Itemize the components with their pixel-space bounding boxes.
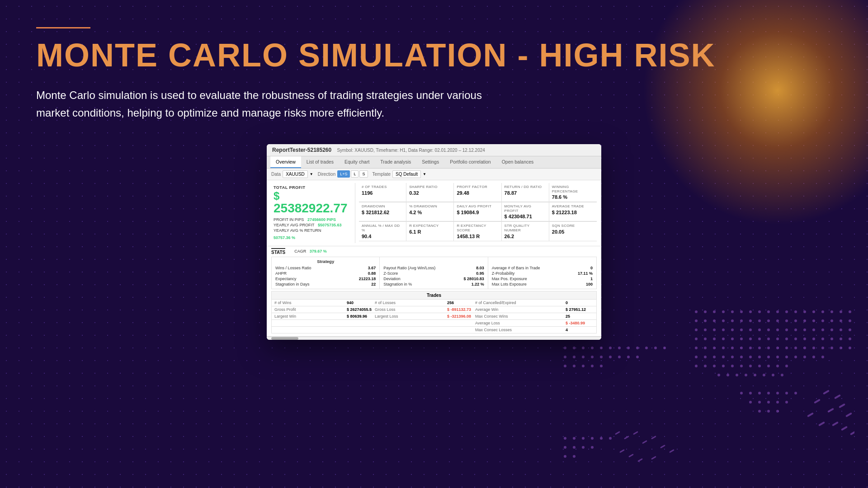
wins-label: # of Wins: [274, 300, 347, 305]
avg-bars-row: Average # of Bars in Trade 0: [492, 265, 593, 271]
profit-pips-value: 27456600 PIPS: [307, 217, 336, 222]
max-pos-exposure-value: 1: [590, 277, 593, 281]
losses-label: # of Losses: [375, 300, 447, 305]
wins-losses-ratio-value: 3.67: [368, 266, 376, 270]
expectancy-label: Expectancy: [275, 277, 297, 281]
max-lots-exposure-value: 100: [586, 282, 593, 286]
yearly-avg-label: YEARLY AVG PROFIT: [274, 223, 314, 227]
svg-point-166: [785, 392, 788, 394]
direction-btn-ls[interactable]: L+S: [337, 170, 350, 178]
svg-point-181: [609, 437, 612, 440]
tab-list-of-trades[interactable]: List of trades: [301, 156, 339, 168]
page-title: MONTE CARLO SIMULATION - HIGH RISK: [36, 38, 832, 73]
svg-point-162: [749, 392, 752, 394]
stat-winning-pct-value: 78.6 %: [552, 194, 594, 200]
stat-num-trades-label: # OF TRADES: [362, 185, 403, 189]
svg-rect-156: [807, 413, 814, 418]
svg-rect-153: [827, 408, 834, 413]
z-score-row: Z-Score 0.95: [383, 271, 484, 276]
yearly-avg-value: $5075735.63: [318, 223, 342, 227]
yearly-avg-row: YEARLY AVG PROFIT $5075735.63: [274, 223, 353, 227]
direction-btn-l[interactable]: L: [351, 170, 359, 178]
svg-point-175: [776, 410, 779, 413]
svg-rect-197: [651, 456, 656, 460]
svg-point-170: [767, 401, 770, 404]
trades-row2: Gross Profit $ 26274055.5 Gross Loss $ -…: [272, 306, 596, 313]
stagnation-days-row: Stagnation in Days 22: [275, 282, 376, 287]
scrollbar-thumb[interactable]: [271, 337, 298, 340]
largest-loss-label: Largest Loss: [375, 314, 447, 319]
stagnation-pct-value: 1.22 %: [472, 282, 484, 286]
tab-portfolio-correlation[interactable]: Portfolio correlation: [444, 156, 496, 168]
horizontal-scrollbar[interactable]: [267, 336, 601, 340]
strategy-col1: Strategy Wins / Losses Ratio 3.67 AHPR 0…: [272, 257, 380, 289]
tab-overview[interactable]: Overview: [270, 156, 301, 168]
wins-losses-ratio-row: Wins / Losses Ratio 3.67: [275, 265, 376, 271]
yearly-avg-pct-value: 50757.36 %: [274, 235, 295, 240]
total-profit-block: TOTAL PROFIT $ 25382922.77 PROFIT IN PIP…: [271, 183, 355, 243]
z-probability-label: Z-Probability: [492, 271, 515, 276]
direction-buttons: L+S L S: [337, 170, 368, 178]
strategy-col2: . Payout Ratio (Avg Win/Loss) 8.03 Z-Sco…: [380, 257, 488, 289]
trades-row5: Max Consec Losses 4: [272, 326, 596, 333]
title-accent-line: [36, 27, 90, 28]
svg-rect-157: [818, 422, 825, 427]
z-probability-value: 17.11 %: [578, 271, 593, 276]
tab-open-balances[interactable]: Open balances: [496, 156, 539, 168]
strategy-title: Strategy: [275, 259, 376, 264]
data-value[interactable]: XAUUSD: [283, 170, 308, 178]
largest-win-label: Largest Win: [274, 314, 347, 319]
bot-stats-row: ANNUAL % / MAX DD % 90.4 R EXPECTANCY 6.…: [359, 222, 597, 241]
svg-rect-151: [834, 394, 841, 399]
stat-winning-pct: WINNING PERCENTAGE 78.6 %: [549, 183, 597, 202]
svg-rect-191: [642, 440, 647, 444]
template-dropdown-icon[interactable]: ▼: [423, 172, 426, 176]
svg-point-182: [564, 446, 566, 449]
stat-pct-drawdown: % DRAWDOWN 4.2 %: [406, 202, 454, 221]
stagnation-pct-row: Stagnation in % 1.22 %: [383, 282, 484, 287]
svg-point-145: [745, 374, 747, 376]
direction-btn-s[interactable]: S: [359, 170, 368, 178]
svg-rect-189: [624, 436, 629, 440]
max-lots-exposure-row: Max Lots Exposure 100: [492, 282, 593, 287]
gross-loss-value: $ -891132.73: [447, 307, 475, 312]
svg-point-148: [772, 374, 774, 376]
stat-profit-factor-label: PROFIT FACTOR: [457, 185, 498, 189]
avg-bars-label: Average # of Bars in Trade: [492, 266, 540, 270]
svg-point-184: [582, 446, 585, 449]
cancelled-value: 0: [566, 300, 594, 305]
data-control: Data XAUUSD ▼: [271, 170, 313, 178]
ahpr-row: AHPR 0.88: [275, 271, 376, 276]
tab-trade-analysis[interactable]: Trade analysis: [375, 156, 416, 168]
deviation-label: Deviation: [383, 277, 401, 281]
mid-stats-row: DRAWDOWN $ 321812.62 % DRAWDOWN 4.2 % DA…: [359, 202, 597, 222]
svg-rect-158: [832, 422, 839, 427]
template-value[interactable]: SQ Default: [392, 170, 421, 178]
tab-equity-chart[interactable]: Equity chart: [339, 156, 375, 168]
stat-sqn: SQN SCORE 20.05: [549, 222, 597, 241]
svg-rect-159: [841, 426, 848, 431]
trades-row3: Largest Win $ 80639.96 Largest Loss $ -3…: [272, 313, 596, 319]
avg-loss-value: $ -3480.99: [566, 321, 594, 325]
tab-settings[interactable]: Settings: [416, 156, 444, 168]
data-dropdown-icon[interactable]: ▼: [310, 172, 313, 176]
controls-row: Data XAUUSD ▼ Direction L+S L S Template…: [267, 169, 601, 180]
main-content: MONTE CARLO SIMULATION - HIGH RISK Monte…: [0, 0, 868, 367]
stat-annual-maxdd-label: ANNUAL % / MAX DD %: [362, 224, 403, 232]
stat-return-dd-label: RETURN / DD RATIO: [505, 185, 546, 189]
stat-daily-avg: DAILY AVG PROFIT $ 19084.9: [454, 202, 501, 221]
stat-r-expectancy-score: R EXPECTANCY SCORE 1458.13 R: [454, 222, 501, 241]
svg-rect-155: [845, 413, 852, 418]
report-meta: Symbol: XAUUSD, Timeframe: H1, Data Rang…: [337, 148, 485, 153]
payout-ratio-value: 8.03: [476, 266, 484, 270]
svg-point-161: [740, 392, 743, 394]
stat-num-trades: # OF TRADES 1196: [359, 183, 406, 202]
wins-value: 940: [347, 300, 375, 305]
stat-sharpe: SHARPE RATIO 0.32: [406, 183, 454, 202]
template-control: Template SQ Default ▼: [373, 170, 426, 178]
svg-rect-196: [637, 458, 643, 462]
svg-rect-160: [850, 431, 854, 436]
max-lots-exposure-label: Max Lots Exposure: [492, 282, 527, 286]
payout-ratio-label: Payout Ratio (Avg Win/Loss): [383, 266, 435, 270]
svg-rect-188: [615, 431, 620, 435]
